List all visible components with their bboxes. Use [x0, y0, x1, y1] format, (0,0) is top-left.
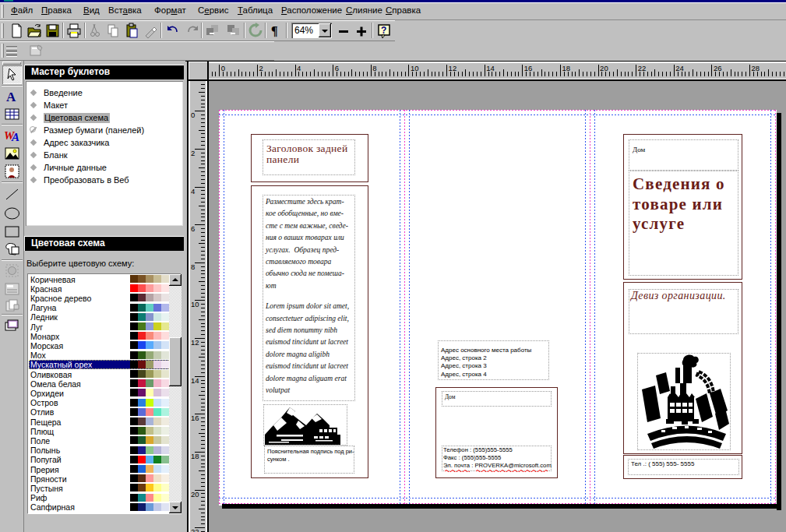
svg-text:2: 2	[259, 64, 263, 72]
svg-text:2: 2	[191, 149, 195, 157]
svg-text:4: 4	[297, 64, 301, 72]
svg-text:28: 28	[752, 64, 760, 72]
svg-text:18: 18	[562, 64, 570, 72]
svg-text:0: 0	[221, 64, 225, 72]
svg-text:10: 10	[191, 300, 199, 308]
svg-text:20: 20	[191, 490, 199, 499]
svg-text:14: 14	[486, 64, 495, 72]
svg-text:12: 12	[191, 338, 199, 347]
svg-text:22: 22	[638, 64, 647, 72]
svg-text:16: 16	[191, 414, 199, 422]
svg-text:18: 18	[191, 452, 199, 460]
svg-text:10: 10	[411, 64, 419, 72]
svg-text:14: 14	[191, 376, 199, 385]
svg-text:¶: ¶	[271, 24, 278, 37]
svg-text:0: 0	[191, 111, 195, 119]
svg-text:22: 22	[191, 527, 199, 532]
svg-text:26: 26	[714, 64, 722, 72]
svg-text:8: 8	[372, 64, 376, 72]
svg-text:12: 12	[449, 64, 457, 72]
svg-text:8: 8	[191, 262, 195, 271]
svg-text:20: 20	[600, 64, 608, 72]
svg-text:?: ?	[381, 25, 386, 36]
svg-text:16: 16	[524, 64, 533, 72]
svg-text:A: A	[11, 131, 19, 143]
svg-text:6: 6	[335, 64, 339, 72]
svg-text:24: 24	[675, 64, 684, 72]
svg-text:A: A	[6, 90, 16, 104]
svg-text:6: 6	[191, 224, 195, 233]
svg-text:4: 4	[191, 187, 195, 196]
